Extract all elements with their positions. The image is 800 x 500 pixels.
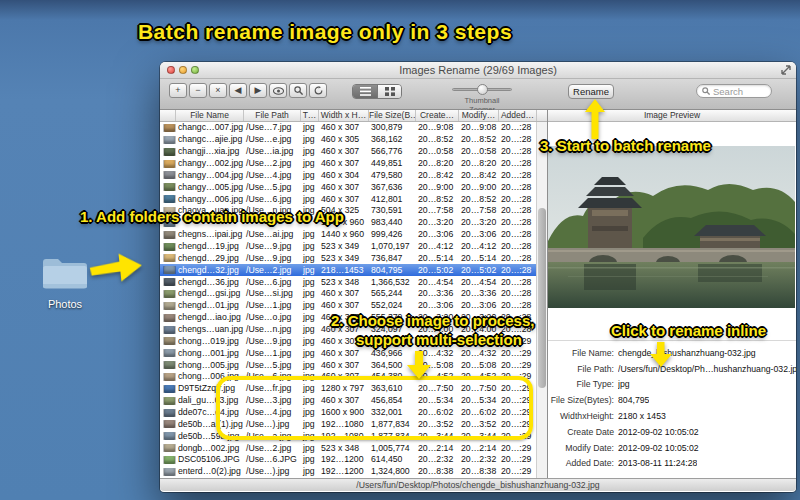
column-header[interactable]: Modify… xyxy=(459,110,499,121)
column-header[interactable]: Create… xyxy=(416,110,459,121)
photos-folder[interactable]: Photos xyxy=(36,254,94,310)
previous-button[interactable]: ◀ xyxy=(229,83,247,98)
cell-added: 20…:29 xyxy=(499,360,537,371)
table-row[interactable]: chengd…29.jpg/Use…9.jpgjpg523 x 349736,8… xyxy=(160,252,547,264)
column-header[interactable]: T… xyxy=(301,110,319,121)
table-row[interactable]: changy…006.jpg/Use…6.jpgjpg460 x 307412,… xyxy=(160,193,547,205)
table-scrollbar-thumb[interactable] xyxy=(538,208,546,388)
table-row[interactable]: changy…005.jpg/Use…5.jpgjpg460 x 307367,… xyxy=(160,181,547,193)
file-info-value[interactable]: jpg xyxy=(618,379,630,389)
file-info-value[interactable]: /Users/fun/Desktop/Ph…hushanzhuang-032.j… xyxy=(618,364,796,374)
grid-view-button[interactable] xyxy=(377,85,401,98)
cell-dims: 460 x 307 xyxy=(319,158,369,169)
next-button[interactable]: ▶ xyxy=(249,83,267,98)
cell-created: 20…4:54 xyxy=(416,277,459,288)
file-info-label: Added Date: xyxy=(548,458,614,468)
column-header[interactable]: File Name xyxy=(176,110,244,121)
table-header-row[interactable]: File NameFile PathT…Width x H…File Size(… xyxy=(160,110,547,122)
file-info-value[interactable]: 2012-09-02 10:05:02 xyxy=(618,427,699,437)
column-header[interactable] xyxy=(160,110,176,121)
cell-name: chengd…01.jpg xyxy=(176,300,244,311)
column-header[interactable]: Width x H… xyxy=(319,110,369,121)
file-info-value[interactable]: 804,795 xyxy=(618,395,649,405)
table-row[interactable]: changy…002.jpg/Use…2.jpgjpg460 x 307449,… xyxy=(160,158,547,170)
table-row[interactable]: DSC05106.JPG/Use…6.JPGjpg192…1200614,450… xyxy=(160,454,547,466)
cell-type: jpg xyxy=(301,466,319,477)
thumbnail-zoomer-knob[interactable] xyxy=(477,84,488,95)
search-button[interactable] xyxy=(289,83,307,98)
table-row[interactable]: chengd…36.jpg/Use…6.jpgjpg523 x 3481,366… xyxy=(160,276,547,288)
table-row[interactable]: chegns…ipai.jpg/Use…ai.jpgjpg1440 x 9609… xyxy=(160,229,547,241)
search-field[interactable]: Search xyxy=(696,84,772,98)
preview-photo xyxy=(548,146,795,308)
file-thumbnail xyxy=(160,420,176,428)
table-row[interactable]: chong…001.jpg/Use…1.jpgjpg460 x 307436,9… xyxy=(160,347,547,359)
cell-added: 20…:28 xyxy=(499,170,537,181)
fullscreen-icon[interactable] xyxy=(781,65,791,75)
table-row[interactable]: changy…004.jpg/Use…4.jpgjpg460 x 304479,… xyxy=(160,169,547,181)
cell-dims: 460 x 305 xyxy=(319,134,369,145)
file-thumbnail xyxy=(160,160,176,168)
column-header[interactable]: File Size(B… xyxy=(369,110,416,121)
file-info-label: File Path: xyxy=(548,364,614,374)
thumbnail-zoomer-track[interactable] xyxy=(452,88,512,91)
cell-type: jpg xyxy=(301,324,319,335)
zoom-button[interactable] xyxy=(191,66,199,74)
cell-modified: 20…4:32 xyxy=(459,348,499,359)
table-row[interactable]: changc…007.jpg/Use…7.jpgjpg460 x 307300,… xyxy=(160,122,547,134)
table-scrollbar[interactable] xyxy=(536,122,547,478)
preview-eye-button[interactable] xyxy=(269,83,287,98)
rename-button[interactable]: Rename xyxy=(568,84,614,99)
table-row[interactable]: chengd…19.jpg/Use…9.jpgjpg523 x 3491,070… xyxy=(160,241,547,253)
toolbar: +−×◀▶ Thumbnail Zoomer Rename xyxy=(160,79,796,110)
cell-added: 20…:28 xyxy=(499,253,537,264)
file-info-value[interactable]: 2013-08-11 11:24:28 xyxy=(618,458,697,468)
table-row[interactable]: changc…ajie.jpg/Use…e.jpgjpg460 x 305368… xyxy=(160,134,547,146)
cell-added: 20…:28 xyxy=(499,241,537,252)
annotation-step3: 3. Start to batch rename xyxy=(540,137,711,154)
minimize-button[interactable] xyxy=(179,66,187,74)
cell-path: /Use…5.jpg xyxy=(244,182,301,193)
search-placeholder: Search xyxy=(713,86,743,97)
file-info-label: File Type: xyxy=(548,379,614,389)
cell-created: 20…3:36 xyxy=(416,288,459,299)
column-header[interactable]: Added… xyxy=(499,110,537,121)
cell-path: /Use…6.jpg xyxy=(244,277,301,288)
cell-type: jpg xyxy=(301,158,319,169)
cell-dims: 460 x 307 xyxy=(319,288,369,299)
cell-added: 20…:28 xyxy=(499,134,537,145)
remove-button[interactable]: − xyxy=(189,83,207,98)
table-row[interactable]: chengd…gsi.jpg/Use…si.jpgjpg460 x 307565… xyxy=(160,288,547,300)
cell-size: 479,580 xyxy=(369,170,416,181)
table-row[interactable]: enterd…0(2).jpg/Use…).jpgjpg192…12001,32… xyxy=(160,466,547,478)
cell-name: chengs…uan.jpg xyxy=(176,324,244,335)
cell-size: 1,005,774 xyxy=(369,443,416,454)
table-row[interactable]: changji…xia.jpg/Use…ia.jpgjpg460 x 30756… xyxy=(160,146,547,158)
refresh-button[interactable] xyxy=(309,83,327,98)
file-info-value[interactable]: 2012-09-02 10:05:02 xyxy=(618,443,699,453)
add-button[interactable]: + xyxy=(169,83,187,98)
table-row[interactable]: chong…005.jpg/Use…5.jpgjpg460 x 307364,5… xyxy=(160,359,547,371)
cell-path: /Use…si.jpg xyxy=(244,288,301,299)
column-header[interactable]: File Path xyxy=(244,110,301,121)
table-row[interactable]: dongb…002.jpg/Use…2.jpgjpg523 x 3481,005… xyxy=(160,442,547,454)
close-button[interactable] xyxy=(167,66,175,74)
cell-added: 20…:28 xyxy=(499,146,537,157)
cell-path: /Use…9.jpg xyxy=(244,336,301,347)
file-info-value[interactable]: 2180 x 1453 xyxy=(618,411,666,421)
delete-button[interactable]: × xyxy=(209,83,227,98)
cell-added: 20…:28 xyxy=(499,194,537,205)
cell-name: changy…005.jpg xyxy=(176,182,244,193)
table-row[interactable]: chengd…01.jpg/Use…1.jpgjpg460 x 307552,0… xyxy=(160,300,547,312)
file-info-value[interactable]: chengde_bishushanzhuang-032.jpg xyxy=(618,348,756,358)
list-view-button[interactable] xyxy=(353,85,377,98)
cell-size: 552,024 xyxy=(369,300,416,311)
table-row[interactable]: chengd…32.jpg/Use…2.jpgjpg218…1453804,79… xyxy=(160,264,547,276)
cell-type: jpg xyxy=(301,134,319,145)
cell-path: /Use…1.jpg xyxy=(244,300,301,311)
file-thumbnail xyxy=(160,314,176,322)
file-thumbnail xyxy=(160,254,176,262)
cell-modified: 20…3:06 xyxy=(459,229,499,240)
title-bar[interactable]: Images Rename (29/69 Images) xyxy=(160,62,796,79)
cell-dims: 460 x 307 xyxy=(319,348,369,359)
